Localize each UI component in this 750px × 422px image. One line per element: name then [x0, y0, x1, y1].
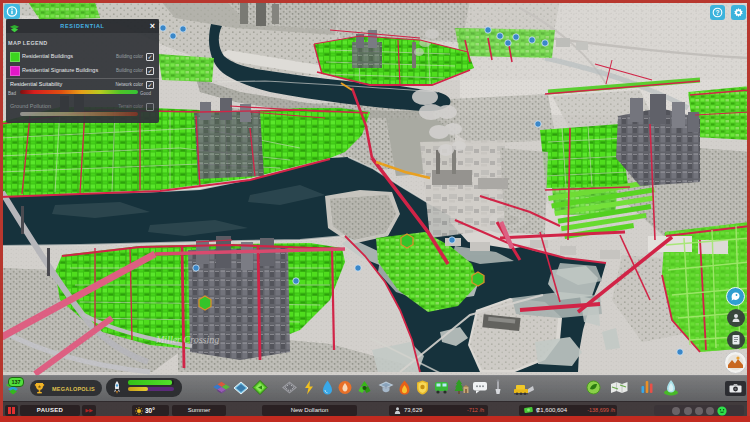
svg-text:Miller Crossing: Miller Crossing	[155, 334, 219, 345]
svg-text:?: ?	[716, 9, 720, 16]
